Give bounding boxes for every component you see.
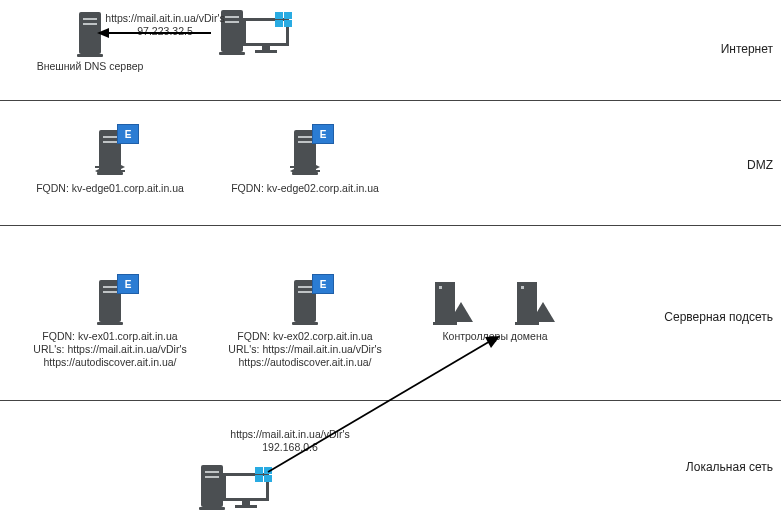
- exchange-logo-icon: E: [312, 274, 334, 294]
- svg-line-2: [268, 340, 492, 472]
- ex01-url: URL's: https://mail.ait.in.ua/vDir's: [30, 343, 190, 356]
- zone-label-servers: Серверная подсеть: [664, 310, 773, 324]
- zone-label-dmz: DMZ: [747, 158, 773, 172]
- domain-controller-icon: [435, 282, 473, 322]
- transport-arrows-icon: [93, 162, 127, 176]
- ex01-fqdn: FQDN: kv-ex01.corp.ait.in.ua: [30, 330, 190, 343]
- workstation-icon: [221, 10, 288, 52]
- edge01-node: E FQDN: kv-edge01.corp.ait.in.ua: [30, 130, 190, 195]
- workstation-icon: [201, 465, 268, 507]
- exchange-logo-icon: E: [117, 274, 139, 294]
- arrow-client-to-dns: [95, 26, 215, 40]
- domain-controller-icon: [517, 282, 555, 322]
- transport-arrows-icon: [288, 162, 322, 176]
- external-dns-caption: Внешний DNS сервер: [20, 60, 160, 73]
- zone-label-lan: Локальная сеть: [686, 460, 773, 474]
- zone-label-internet: Интернет: [721, 42, 773, 56]
- edge-server-icon: E: [294, 130, 316, 172]
- edge02-node: E FQDN: kv-edge02.corp.ait.in.ua: [225, 130, 385, 195]
- mailbox-server-icon: E: [294, 280, 316, 322]
- edge-server-icon: E: [99, 130, 121, 172]
- svg-marker-1: [97, 28, 109, 38]
- ex01-node: E FQDN: kv-ex01.corp.ait.in.ua URL's: ht…: [30, 280, 190, 369]
- mailbox-server-icon: E: [99, 280, 121, 322]
- windows-logo-icon: [275, 12, 293, 28]
- edge01-fqdn: FQDN: kv-edge01.corp.ait.in.ua: [30, 182, 190, 195]
- edge02-fqdn: FQDN: kv-edge02.corp.ait.in.ua: [225, 182, 385, 195]
- exchange-logo-icon: E: [312, 124, 334, 144]
- arrow-lan-to-dc: [260, 330, 510, 480]
- ex01-auto: https://autodiscover.ait.in.ua/: [30, 356, 190, 369]
- exchange-logo-icon: E: [117, 124, 139, 144]
